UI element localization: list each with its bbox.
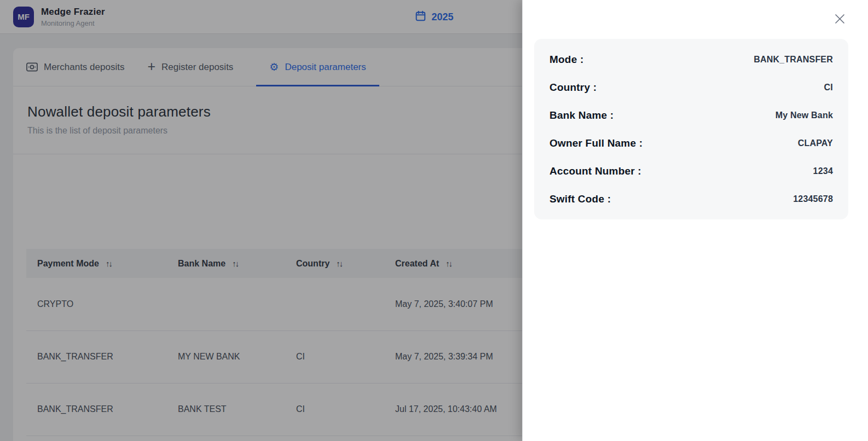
close-button[interactable] — [831, 10, 848, 27]
detail-value: CLAPAY — [798, 138, 833, 148]
detail-row-swift-code: Swift Code : 12345678 — [549, 185, 833, 213]
detail-label: Country : — [549, 82, 597, 94]
detail-label: Account Number : — [549, 165, 641, 177]
close-icon — [835, 14, 845, 24]
detail-label: Owner Full Name : — [549, 137, 643, 149]
detail-label: Bank Name : — [549, 109, 614, 121]
detail-row-owner-full-name: Owner Full Name : CLAPAY — [549, 129, 833, 157]
detail-row-bank-name: Bank Name : My New Bank — [549, 101, 833, 129]
detail-value: My New Bank — [776, 111, 833, 120]
detail-value: 1234 — [813, 166, 833, 176]
detail-label: Mode : — [549, 54, 583, 66]
detail-value: BANK_TRANSFER — [754, 55, 833, 65]
detail-value: 12345678 — [793, 194, 833, 204]
detail-row-account-number: Account Number : 1234 — [549, 157, 833, 185]
detail-row-country: Country : CI — [549, 73, 833, 101]
details-drawer: Mode : BANK_TRANSFER Country : CI Bank N… — [522, 0, 868, 441]
detail-row-mode: Mode : BANK_TRANSFER — [549, 45, 833, 73]
detail-label: Swift Code : — [549, 193, 611, 205]
details-card: Mode : BANK_TRANSFER Country : CI Bank N… — [534, 39, 848, 219]
detail-value: CI — [824, 83, 833, 92]
